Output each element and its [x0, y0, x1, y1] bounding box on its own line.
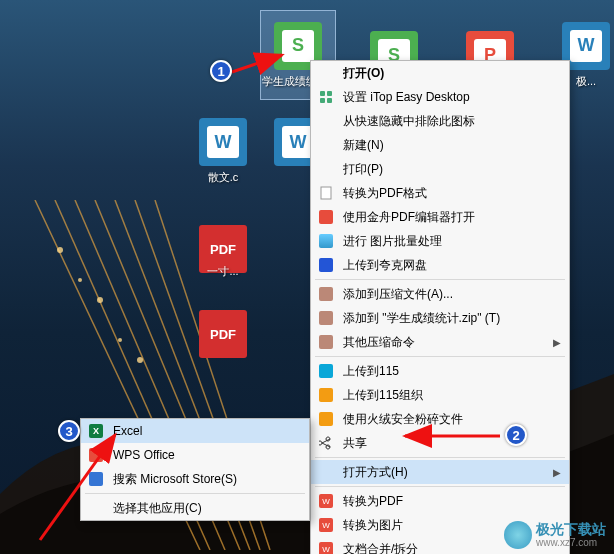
ctx-115org[interactable]: 上传到115组织	[311, 383, 569, 407]
watermark: 极光下载站 www.xz7.com	[504, 521, 606, 549]
watermark-url: www.xz7.com	[536, 537, 606, 548]
sub-store[interactable]: 搜索 Microsoft Store(S)	[81, 467, 309, 491]
desktop-icon-pdf3[interactable]: PDF	[185, 310, 261, 400]
watermark-title: 极光下载站	[536, 522, 606, 537]
ctx-new[interactable]: 新建(N)	[311, 133, 569, 157]
open-with-submenu: XExcel WPS Office 搜索 Microsoft Store(S) …	[80, 418, 310, 521]
archive-icon	[317, 309, 335, 327]
ctx-separator	[315, 356, 565, 357]
svg-rect-14	[327, 91, 332, 96]
ctx-open-with[interactable]: 打开方式(H)▶	[311, 460, 569, 484]
wps-icon: W	[317, 492, 335, 510]
ctx-separator	[315, 457, 565, 458]
wps-icon: W	[317, 540, 335, 554]
chevron-right-icon: ▶	[553, 467, 561, 478]
sub-other[interactable]: 选择其他应用(C)	[81, 496, 309, 520]
archive-icon	[317, 285, 335, 303]
desktop-icon-sanwen[interactable]: W 散文.c	[185, 118, 261, 208]
ctx-itop[interactable]: 设置 iTop Easy Desktop	[311, 85, 569, 109]
ctx-compress-a[interactable]: 添加到压缩文件(A)...	[311, 282, 569, 306]
context-menu: 打开(O) 设置 iTop Easy Desktop 从快速隐藏中排除此图标 新…	[310, 60, 570, 554]
image-icon	[317, 232, 335, 250]
sub-wps[interactable]: WPS Office	[81, 443, 309, 467]
svg-point-12	[118, 338, 122, 342]
ctx-separator	[85, 493, 305, 494]
annotation-badge-3: 3	[58, 420, 80, 442]
store-icon	[87, 470, 105, 488]
ctx-hide[interactable]: 从快速隐藏中排除此图标	[311, 109, 569, 133]
wps-icon	[87, 446, 105, 464]
page-icon	[317, 184, 335, 202]
cloud-icon	[317, 256, 335, 274]
ctx-huorong[interactable]: 使用火绒安全粉碎文件	[311, 407, 569, 431]
ctx-separator	[315, 486, 565, 487]
ctx-compress-other[interactable]: 其他压缩命令▶	[311, 330, 569, 354]
ctx-115[interactable]: 上传到115	[311, 359, 569, 383]
svg-point-9	[137, 357, 143, 363]
grid-icon	[317, 88, 335, 106]
archive-icon	[317, 333, 335, 351]
ctx-print[interactable]: 打印(P)	[311, 157, 569, 181]
svg-point-11	[78, 278, 82, 282]
shredder-icon	[317, 410, 335, 428]
ctx-wps-pdf[interactable]: W转换为PDF	[311, 489, 569, 513]
115-icon	[317, 362, 335, 380]
ctx-pdf[interactable]: 转换为PDF格式	[311, 181, 569, 205]
ctx-compress-zip[interactable]: 添加到 "学生成绩统计.zip" (T)	[311, 306, 569, 330]
ctx-open[interactable]: 打开(O)	[311, 61, 569, 85]
svg-rect-16	[327, 98, 332, 103]
pdf-red-icon	[317, 208, 335, 226]
annotation-badge-2: 2	[505, 424, 527, 446]
ctx-share[interactable]: 共享	[311, 431, 569, 455]
excel-icon: X	[87, 422, 105, 440]
share-icon	[317, 434, 335, 452]
svg-point-8	[97, 297, 103, 303]
watermark-icon	[504, 521, 532, 549]
ctx-imgbatch[interactable]: 进行 图片批量处理	[311, 229, 569, 253]
ctx-kuake[interactable]: 上传到夸克网盘	[311, 253, 569, 277]
svg-rect-17	[321, 187, 331, 199]
annotation-badge-1: 1	[210, 60, 232, 82]
wps-icon: W	[317, 516, 335, 534]
svg-point-7	[57, 247, 63, 253]
svg-rect-15	[320, 98, 325, 103]
svg-rect-13	[320, 91, 325, 96]
chevron-right-icon: ▶	[553, 337, 561, 348]
ctx-separator	[315, 279, 565, 280]
ctx-jinzhou[interactable]: 使用金舟PDF编辑器打开	[311, 205, 569, 229]
115-icon	[317, 386, 335, 404]
sub-excel[interactable]: XExcel	[81, 419, 309, 443]
